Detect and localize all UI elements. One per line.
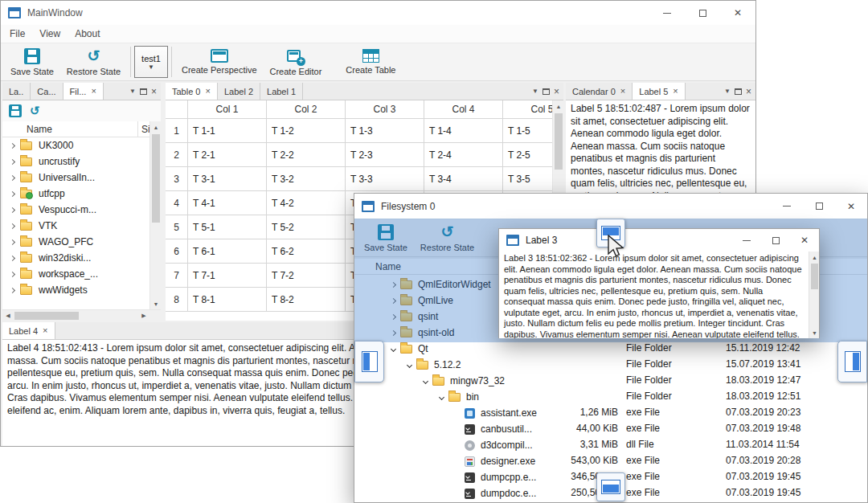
maximize-button[interactable] [761, 229, 790, 251]
save-state-button[interactable]: Save State [4, 44, 60, 80]
table-cell[interactable]: T 2-1 [188, 143, 267, 167]
table-cell[interactable]: T 1-2 [267, 119, 346, 143]
file-row[interactable]: assistant.exe1,26 MiBexe File07.03.2019 … [354, 405, 867, 421]
close-dock-icon[interactable]: × [151, 87, 157, 96]
tab-close-icon[interactable]: × [43, 326, 47, 335]
filesystem-titlebar[interactable]: Filesystem 0 ✕ [354, 194, 867, 219]
menu-item-view[interactable]: View [32, 25, 68, 43]
tab-menu-icon[interactable]: ▼ [532, 88, 538, 95]
expand-chevron-icon[interactable] [10, 158, 15, 164]
table-cell[interactable]: T 1-3 [346, 119, 424, 143]
dock-indicator-right[interactable] [837, 341, 867, 382]
expand-chevron-icon[interactable] [10, 239, 15, 244]
restore-state-button[interactable]: ↺ Restore State [60, 44, 127, 80]
expand-chevron-icon[interactable] [407, 362, 412, 367]
folder-row[interactable]: WAGO_PFC [2, 234, 149, 250]
tab-label-5[interactable]: Label 5× [633, 83, 686, 100]
expand-chevron-icon[interactable] [10, 174, 15, 180]
table-cell[interactable]: T 7-2 [267, 264, 346, 288]
scrollbar-thumb[interactable] [811, 264, 818, 289]
tab-close-icon[interactable]: × [620, 87, 625, 96]
maximize-button[interactable] [803, 194, 835, 219]
folder-row[interactable]: VTK [2, 218, 149, 234]
table-row-header[interactable]: 8 [166, 288, 188, 312]
file-row[interactable]: d3dcompil...3,31 MiBdll File11.03.2014 1… [354, 437, 867, 453]
table-cell[interactable]: T 3-3 [346, 167, 424, 191]
scroll-up-icon[interactable]: ▲ [150, 121, 162, 133]
table-cell[interactable]: T 1-4 [424, 119, 503, 143]
expand-chevron-icon[interactable] [439, 394, 444, 399]
table-row-header[interactable]: 7 [166, 264, 188, 288]
dock-indicator-bottom[interactable] [596, 472, 625, 501]
main-titlebar[interactable]: MainWindow ✕ [1, 1, 755, 25]
expand-chevron-icon[interactable] [10, 255, 15, 260]
left-tree-vscrollbar[interactable]: ▲ ▼ [149, 121, 161, 309]
column-header-size[interactable]: Si [137, 121, 150, 137]
maximize-button[interactable] [685, 1, 720, 25]
tab-calendar-0[interactable]: Calendar 0× [566, 83, 633, 100]
table-cell[interactable]: T 5-2 [267, 215, 346, 239]
tab-label-2[interactable]: Label 2 [218, 83, 260, 100]
create-perspective-button[interactable]: Create Perspective [175, 44, 264, 80]
folder-row[interactable]: workspace_... [2, 266, 149, 282]
label3-window[interactable]: Label 3 ✕ Label 3 18:51:02:362 - Lorem i… [498, 228, 820, 338]
file-row[interactable]: designer.exe543,00 KiBexe File07.03.2019… [354, 453, 867, 469]
scroll-left-icon[interactable]: ◀ [2, 310, 14, 321]
menu-item-about[interactable]: About [68, 25, 107, 43]
table-cell[interactable]: T 6-1 [188, 239, 267, 264]
table-cell[interactable]: T 4-2 [267, 191, 346, 215]
expand-chevron-icon[interactable] [10, 287, 15, 292]
file-row[interactable]: QtFile Folder15.11.2019 12:42 [354, 341, 867, 357]
folder-row[interactable]: utfcpp [2, 186, 149, 202]
create-table-button[interactable]: Create Table [339, 44, 402, 80]
expand-chevron-icon[interactable] [10, 271, 15, 276]
expand-chevron-icon[interactable] [10, 142, 15, 148]
table-row-header[interactable]: 3 [166, 167, 188, 191]
table-cell[interactable]: T 2-4 [424, 143, 503, 167]
table-column-header[interactable]: Col 1 [188, 100, 267, 119]
scroll-right-icon[interactable]: ▶ [138, 310, 149, 321]
table-cell[interactable]: T 3-4 [424, 167, 503, 191]
column-header-name[interactable]: Name [27, 124, 52, 135]
scrollbar-thumb[interactable] [152, 134, 160, 223]
scroll-down-icon[interactable]: ▼ [809, 327, 820, 338]
expand-chevron-icon[interactable] [10, 207, 15, 212]
scroll-up-icon[interactable]: ▲ [553, 100, 563, 112]
perspective-dropdown[interactable]: test1 ▼ [134, 46, 168, 78]
save-state-icon[interactable] [9, 104, 22, 117]
expand-chevron-icon[interactable] [391, 346, 396, 351]
table-row-header[interactable]: 4 [166, 191, 188, 215]
scrollbar-thumb[interactable] [14, 312, 79, 320]
undock-icon[interactable] [140, 88, 147, 95]
table-column-header[interactable]: Col 2 [267, 100, 346, 119]
table-cell[interactable]: T 7-1 [188, 264, 267, 288]
file-row[interactable]: binFile Folder18.03.2019 12:51 [354, 389, 867, 405]
tab-la[interactable]: La.. [2, 83, 31, 100]
restore-state-icon[interactable]: ↺ [30, 104, 40, 117]
file-row[interactable]: mingw73_32File Folder18.03.2019 12:47 [354, 373, 867, 389]
close-button[interactable]: ✕ [790, 229, 819, 251]
expand-chevron-icon[interactable] [423, 378, 428, 383]
table-row-header[interactable]: 2 [166, 143, 188, 167]
table-cell[interactable]: T 6-2 [267, 239, 346, 264]
undock-icon[interactable] [542, 88, 550, 95]
table-cell[interactable]: T 5-1 [188, 215, 267, 239]
minimize-button[interactable] [649, 1, 685, 25]
tab-close-icon[interactable]: × [91, 87, 96, 96]
dock-indicator-left[interactable] [354, 341, 384, 382]
label3-titlebar[interactable]: Label 3 ✕ [499, 229, 819, 251]
scroll-down-icon[interactable]: ▼ [150, 298, 162, 309]
file-row[interactable]: 5.12.2File Folder15.07.2019 13:41 [354, 357, 867, 373]
tab-label-1[interactable]: Label 1 [260, 83, 303, 100]
table-column-header[interactable]: Col 3 [346, 100, 424, 119]
file-row[interactable]: canbusutil...44,00 KiBexe File07.03.2019… [354, 421, 867, 437]
folder-row[interactable]: wwWidgets [2, 282, 149, 298]
table-cell[interactable]: T 3-2 [267, 167, 346, 191]
minimize-button[interactable] [732, 229, 761, 251]
table-cell[interactable]: T 8-2 [267, 288, 346, 312]
close-button[interactable]: ✕ [720, 1, 755, 25]
table-cell[interactable]: T 3-1 [188, 167, 267, 191]
tab-menu-icon[interactable]: ▼ [724, 88, 731, 95]
tab-label-4[interactable]: Label 4× [2, 322, 55, 339]
folder-row[interactable]: Vespucci-m... [2, 202, 149, 218]
